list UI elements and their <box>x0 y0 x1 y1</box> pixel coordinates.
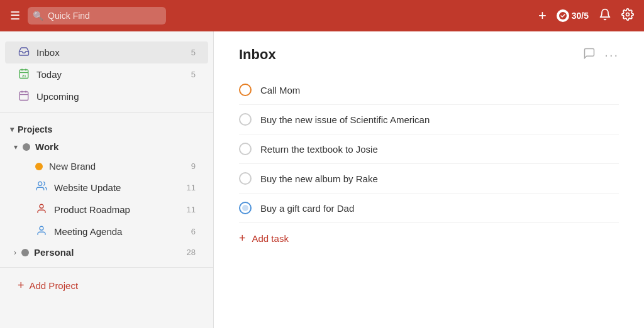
settings-icon[interactable] <box>621 8 634 24</box>
meeting-agenda-count: 6 <box>191 227 196 236</box>
today-count: 5 <box>191 70 196 79</box>
personal-chevron-icon: › <box>14 248 16 257</box>
page-title: Inbox <box>239 46 583 63</box>
svg-point-13 <box>40 226 43 230</box>
add-task-button[interactable]: + Add task <box>239 223 619 245</box>
inbox-label: Inbox <box>36 47 185 58</box>
task-circle-call-mom <box>239 84 252 96</box>
main-content: Inbox ··· Call Mom Buy the new issue of … <box>214 31 644 328</box>
group-work[interactable]: ▾ Work <box>5 137 208 156</box>
main-header: Inbox ··· <box>239 46 619 63</box>
task-item-call-mom[interactable]: Call Mom <box>239 75 619 105</box>
topbar-right: + 30/5 <box>538 8 634 24</box>
upcoming-label: Upcoming <box>36 91 196 102</box>
today-label: Today <box>36 69 185 80</box>
website-update-count: 11 <box>187 183 196 192</box>
inbox-icon <box>18 46 30 59</box>
add-task-icon: + <box>239 232 246 245</box>
main-actions: ··· <box>583 47 619 63</box>
task-text-scientific-american: Buy the new issue of Scientific American <box>260 114 430 125</box>
task-item-gift-card-dad[interactable]: Buy a gift card for Dad <box>239 194 619 223</box>
svg-text:21: 21 <box>22 74 26 78</box>
work-label: Work <box>35 141 196 152</box>
upcoming-icon <box>18 90 30 103</box>
search-wrapper: 🔍 <box>28 7 166 25</box>
svg-point-12 <box>40 204 43 208</box>
product-roadmap-label: Product Roadmap <box>54 204 180 215</box>
sidebar-item-inbox[interactable]: Inbox 5 <box>5 41 208 63</box>
karma-value: 30/5 <box>572 11 589 21</box>
task-text-buy-album: Buy the new album by Rake <box>260 173 378 184</box>
sidebar-item-product-roadmap[interactable]: Product Roadmap 11 <box>5 199 208 221</box>
task-circle-gift-card-dad <box>239 202 252 214</box>
meeting-agenda-icon <box>35 225 48 238</box>
add-task-label: Add task <box>252 233 289 244</box>
projects-chevron-icon: ▾ <box>10 125 14 134</box>
add-icon[interactable]: + <box>538 8 547 24</box>
more-options-icon[interactable]: ··· <box>604 48 619 62</box>
menu-icon[interactable]: ☰ <box>10 9 20 23</box>
task-text-return-textbook: Return the textbook to Josie <box>260 144 378 155</box>
task-item-buy-album[interactable]: Buy the new album by Rake <box>239 164 619 194</box>
topbar: ☰ 🔍 + 30/5 <box>0 0 644 31</box>
bell-icon[interactable] <box>599 8 611 24</box>
group-personal[interactable]: › Personal 28 <box>5 243 208 262</box>
add-project-button[interactable]: + Add Project <box>5 273 208 298</box>
projects-header[interactable]: ▾ Projects <box>0 118 213 137</box>
sidebar-item-new-brand[interactable]: New Brand 9 <box>5 156 208 176</box>
task-item-scientific-american[interactable]: Buy the new issue of Scientific American <box>239 105 619 134</box>
website-update-label: Website Update <box>54 182 180 193</box>
task-item-return-textbook[interactable]: Return the textbook to Josie <box>239 134 619 164</box>
layout: Inbox 5 21 Today 5 Upcoming ▾ Projects ▾ <box>0 31 644 328</box>
website-update-icon <box>35 180 48 194</box>
sidebar-item-website-update[interactable]: Website Update 11 <box>5 176 208 199</box>
inbox-count: 5 <box>191 48 196 57</box>
svg-rect-7 <box>19 92 28 101</box>
task-circle-buy-album <box>239 172 252 185</box>
search-input[interactable] <box>28 7 166 25</box>
personal-count: 28 <box>187 248 196 257</box>
add-project-icon: + <box>18 279 25 292</box>
svg-point-11 <box>38 182 42 185</box>
topbar-left: ☰ 🔍 <box>10 7 531 25</box>
comment-icon[interactable] <box>583 47 596 63</box>
task-circle-scientific-american <box>239 113 252 126</box>
task-circle-return-textbook <box>239 143 252 155</box>
meeting-agenda-label: Meeting Agenda <box>54 226 185 237</box>
task-text-call-mom: Call Mom <box>260 85 300 96</box>
divider-2 <box>0 267 213 268</box>
product-roadmap-icon <box>35 203 48 216</box>
today-icon: 21 <box>18 68 30 81</box>
svg-point-1 <box>626 13 630 16</box>
sidebar-item-today[interactable]: 21 Today 5 <box>5 63 208 85</box>
work-dot <box>23 143 30 151</box>
sidebar-item-meeting-agenda[interactable]: Meeting Agenda 6 <box>5 221 208 243</box>
product-roadmap-count: 11 <box>187 205 196 214</box>
add-project-label: Add Project <box>30 280 79 291</box>
karma-badge[interactable]: 30/5 <box>557 9 589 22</box>
task-text-gift-card-dad: Buy a gift card for Dad <box>260 203 354 214</box>
task-list: Call Mom Buy the new issue of Scientific… <box>239 75 619 245</box>
sidebar-item-upcoming[interactable]: Upcoming <box>5 85 208 107</box>
work-chevron-icon: ▾ <box>14 143 18 151</box>
personal-label: Personal <box>34 247 182 258</box>
new-brand-label: New Brand <box>49 161 185 172</box>
divider-1 <box>0 112 213 113</box>
karma-check-icon <box>557 9 569 22</box>
new-brand-dot <box>35 163 43 170</box>
personal-dot <box>21 249 29 256</box>
projects-label: Projects <box>18 124 52 134</box>
new-brand-count: 9 <box>191 161 196 171</box>
sidebar: Inbox 5 21 Today 5 Upcoming ▾ Projects ▾ <box>0 31 214 328</box>
